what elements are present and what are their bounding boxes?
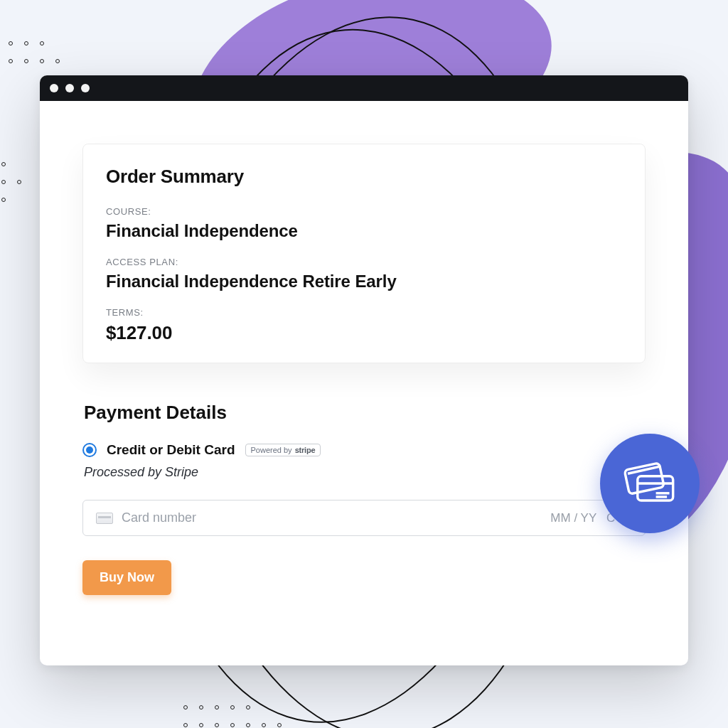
window-control-zoom[interactable] [81, 84, 90, 92]
stripe-badge-brand: stripe [295, 446, 316, 454]
card-number-placeholder: Card number [122, 510, 196, 525]
order-summary-title: Order Summary [106, 166, 622, 188]
credit-cards-icon [619, 453, 680, 514]
credit-card-icon [96, 513, 113, 524]
payment-method-label: Credit or Debit Card [107, 442, 235, 458]
access-plan-label: ACCESS PLAN: [106, 257, 622, 267]
stripe-badge: Powered by stripe [245, 444, 321, 456]
access-plan-value: Financial Independence Retire Early [106, 272, 622, 291]
stripe-badge-prefix: Powered by [251, 446, 292, 454]
window-control-close[interactable] [50, 84, 58, 92]
payment-method-option[interactable]: Credit or Debit Card Powered by stripe [82, 442, 646, 458]
window-titlebar [40, 75, 688, 101]
window-control-minimize[interactable] [65, 84, 74, 92]
course-value: Financial Independence [106, 221, 622, 241]
checkout-content: Order Summary COURSE: Financial Independ… [40, 101, 688, 623]
course-label: COURSE: [106, 206, 622, 217]
radio-selected-icon [82, 443, 97, 457]
terms-label: TERMS: [106, 307, 622, 318]
card-expiry-placeholder: MM / YY [550, 511, 596, 525]
bg-dots [3, 36, 145, 71]
order-summary-card: Order Summary COURSE: Financial Independ… [82, 144, 646, 363]
processed-by-text: Processed by Stripe [84, 465, 646, 480]
browser-window: Order Summary COURSE: Financial Independ… [40, 75, 688, 665]
terms-value: $127.00 [106, 322, 622, 344]
payment-details-title: Payment Details [84, 402, 646, 424]
buy-now-button[interactable]: Buy Now [82, 560, 171, 595]
card-number-input[interactable]: Card number MM / YY CVC [82, 500, 646, 536]
credit-cards-badge [600, 434, 700, 533]
bg-dots [178, 700, 462, 728]
